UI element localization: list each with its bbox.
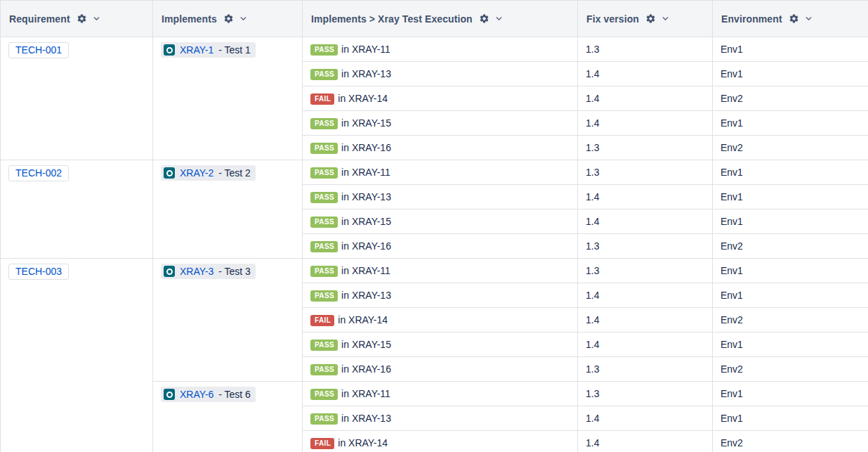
execution-label: in XRAY-15 (341, 339, 391, 350)
fix-version-cell: 1.3 (578, 160, 713, 185)
test-key-link[interactable]: XRAY-6 (180, 389, 213, 400)
fix-version-cell: 1.4 (578, 308, 713, 332)
execution-label: in XRAY-16 (341, 240, 391, 252)
requirement-cell: TECH-001 (1, 37, 153, 160)
environment-cell: Env2 (713, 86, 868, 111)
fix-version-cell: 1.3 (578, 234, 713, 259)
test-execution-cell: PASSin XRAY-13 (303, 406, 578, 431)
execution-label: in XRAY-11 (341, 265, 390, 276)
requirement-key-link[interactable]: TECH-002 (8, 165, 69, 181)
execution-label: in XRAY-11 (341, 167, 390, 178)
requirement-key-link[interactable]: TECH-003 (8, 264, 69, 280)
test-execution-cell: PASSin XRAY-13 (303, 283, 578, 308)
test-key-link[interactable]: XRAY-2 (180, 167, 213, 179)
test-key-link[interactable]: XRAY-1 (180, 44, 213, 56)
test-execution-cell: PASSin XRAY-11 (303, 259, 578, 283)
implements-cell: XRAY-2 - Test 2 (153, 160, 303, 259)
table-row: TECH-003XRAY-3 - Test 3PASSin XRAY-111.3… (1, 259, 868, 283)
test-chip: XRAY-3 - Test 3 (161, 264, 256, 279)
status-badge: FAIL (310, 315, 334, 326)
column-header-test-execution: Implements > Xray Test Execution (303, 1, 578, 37)
status-badge: PASS (310, 118, 338, 129)
fix-version-cell: 1.3 (578, 382, 713, 406)
environment-cell: Env1 (713, 283, 868, 308)
environment-cell: Env2 (713, 308, 868, 332)
test-execution-cell: FAILin XRAY-14 (303, 86, 578, 111)
fix-version-cell: 1.4 (578, 283, 713, 308)
chevron-down-icon[interactable] (240, 14, 248, 23)
environment-cell: Env1 (713, 382, 868, 406)
environment-cell: Env1 (713, 406, 868, 431)
test-execution-cell: FAILin XRAY-14 (303, 431, 578, 452)
fix-version-cell: 1.3 (578, 357, 713, 382)
fix-version-cell: 1.4 (578, 86, 713, 111)
environment-cell: Env1 (713, 209, 868, 234)
test-execution-cell: PASSin XRAY-15 (303, 111, 578, 136)
xray-test-icon (164, 266, 175, 277)
implements-cell: XRAY-1 - Test 1 (153, 37, 303, 160)
test-execution-cell: PASSin XRAY-13 (303, 185, 578, 209)
gear-icon[interactable] (77, 13, 87, 24)
fix-version-cell: 1.4 (578, 185, 713, 209)
status-badge: PASS (310, 364, 338, 375)
gear-icon[interactable] (479, 13, 489, 24)
column-label: Implements > Xray Test Execution (311, 13, 473, 25)
test-chip: XRAY-6 - Test 6 (161, 387, 256, 402)
execution-label: in XRAY-13 (341, 191, 391, 202)
test-execution-cell: FAILin XRAY-14 (303, 308, 578, 332)
implements-cell: XRAY-3 - Test 3 (153, 259, 303, 382)
column-label: Implements (162, 13, 217, 25)
test-execution-cell: PASSin XRAY-16 (303, 357, 578, 382)
status-badge: PASS (310, 167, 338, 179)
gear-icon[interactable] (789, 13, 799, 24)
test-execution-cell: PASSin XRAY-11 (303, 382, 578, 406)
chevron-down-icon[interactable] (496, 14, 504, 23)
xray-test-icon-ring (166, 269, 173, 275)
status-badge: PASS (310, 266, 338, 277)
status-badge: PASS (310, 389, 338, 400)
execution-label: in XRAY-15 (341, 117, 391, 129)
test-execution-cell: PASSin XRAY-11 (303, 160, 578, 185)
environment-cell: Env1 (713, 259, 868, 283)
table-header: Requirement Implements (1, 1, 868, 37)
chevron-down-icon[interactable] (805, 14, 813, 23)
fix-version-cell: 1.4 (578, 209, 713, 234)
fix-version-cell: 1.4 (578, 62, 713, 86)
traceability-table: Requirement Implements (0, 0, 868, 452)
test-name: - Test 1 (218, 44, 251, 56)
status-badge: PASS (310, 143, 338, 154)
test-execution-cell: PASSin XRAY-15 (303, 332, 578, 357)
execution-label: in XRAY-14 (338, 314, 388, 325)
environment-cell: Env1 (713, 185, 868, 209)
test-key-link[interactable]: XRAY-3 (180, 266, 213, 277)
environment-cell: Env2 (713, 234, 868, 259)
xray-test-icon-ring (166, 47, 173, 53)
test-name: - Test 6 (218, 389, 251, 400)
execution-label: in XRAY-16 (341, 363, 391, 375)
table-row: TECH-001XRAY-1 - Test 1PASSin XRAY-111.3… (1, 37, 868, 62)
status-badge: PASS (310, 340, 338, 351)
xray-test-icon-ring (166, 392, 173, 398)
xray-test-icon (164, 389, 175, 400)
column-label: Environment (721, 13, 782, 25)
column-label: Fix version (586, 13, 639, 25)
test-execution-cell: PASSin XRAY-13 (303, 62, 578, 86)
test-name: - Test 3 (218, 266, 251, 277)
execution-label: in XRAY-16 (341, 142, 391, 153)
execution-label: in XRAY-14 (338, 93, 388, 104)
gear-icon[interactable] (645, 13, 656, 24)
status-badge: PASS (310, 44, 338, 56)
fix-version-cell: 1.3 (578, 37, 713, 62)
fix-version-cell: 1.4 (578, 111, 713, 136)
chevron-down-icon[interactable] (662, 14, 670, 23)
column-label: Requirement (9, 13, 70, 25)
requirement-key-link[interactable]: TECH-001 (8, 42, 69, 58)
xray-test-icon (164, 44, 175, 56)
chevron-down-icon[interactable] (93, 14, 101, 23)
environment-cell: Env2 (713, 136, 868, 160)
fix-version-cell: 1.3 (578, 136, 713, 160)
test-execution-cell: PASSin XRAY-15 (303, 209, 578, 234)
implements-cell: XRAY-6 - Test 6 (153, 382, 303, 452)
column-header-environment: Environment (713, 1, 868, 37)
gear-icon[interactable] (223, 13, 234, 24)
